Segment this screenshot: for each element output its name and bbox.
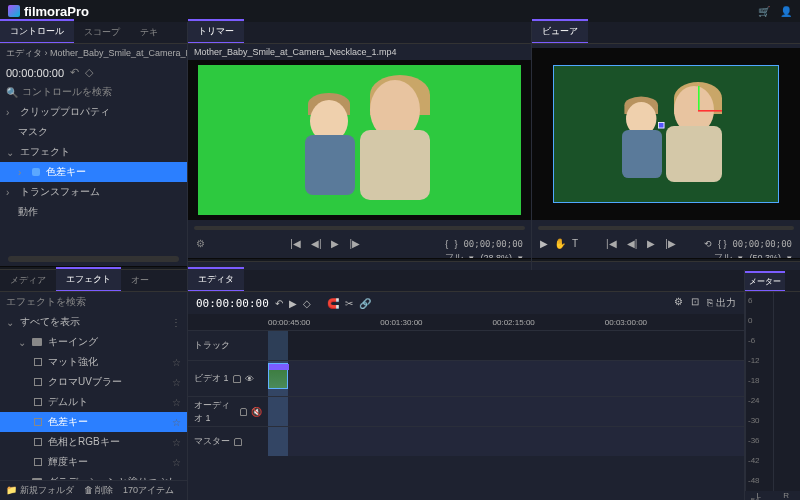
tree-clip-properties[interactable]: ›クリッププロパティ <box>0 102 187 122</box>
fx-icon <box>34 378 42 386</box>
trimmer-tc: 00;00;00;00 <box>463 239 523 249</box>
fx-item-2[interactable]: デムルト☆ <box>0 392 187 412</box>
logo-icon <box>8 5 20 17</box>
delete-button[interactable]: 🗑 削除 <box>84 484 114 497</box>
fx-item-3[interactable]: 色差キー☆ <box>0 412 187 432</box>
tab-effects[interactable]: エフェクト <box>56 267 121 291</box>
hand-tool-icon[interactable]: ✋ <box>554 238 566 249</box>
search-effects[interactable]: エフェクトを検索 <box>0 292 187 312</box>
fx-item-1[interactable]: クロマUVブラー☆ <box>0 372 187 392</box>
app-logo: filmoraPro <box>8 4 89 19</box>
cut-icon[interactable]: ✂ <box>345 298 353 309</box>
keyframe-icon[interactable]: ◇ <box>303 298 311 309</box>
tree-chromakey[interactable]: ›色差キー <box>0 162 187 182</box>
play-icon[interactable]: ▶ <box>289 298 297 309</box>
fx-item-0[interactable]: マット強化☆ <box>0 352 187 372</box>
link-icon[interactable]: 🔗 <box>359 298 371 309</box>
breadcrumb: エディタ › Mother_Baby_Smile_at_Camera_Neckl… <box>0 44 187 63</box>
timeline-ruler[interactable]: 00:00:45:0000:01:30:0000:02:15:0000:03:0… <box>188 314 744 330</box>
fx-item-4[interactable]: 色相とRGBキー☆ <box>0 432 187 452</box>
tree-motion[interactable]: 動作 <box>0 202 187 222</box>
tab-control[interactable]: コントロール <box>0 19 74 43</box>
fx-icon <box>34 458 42 466</box>
snap-icon[interactable]: 🧲 <box>327 298 339 309</box>
trimmer-file: Mother_Baby_Smile_at_Camera_Necklace_1.m… <box>188 44 531 60</box>
step-fwd-icon[interactable]: |▶ <box>665 238 676 249</box>
viewer-scrub[interactable] <box>538 226 794 230</box>
fx-item-5[interactable]: 輝度キー☆ <box>0 452 187 472</box>
tab-audio[interactable]: オー <box>121 270 159 291</box>
tree-mask[interactable]: マスク <box>0 122 187 142</box>
step-back-icon[interactable]: ◀| <box>627 238 638 249</box>
new-folder-button[interactable]: 📁 新規フォルダ <box>6 484 74 497</box>
timecode-main: 00:00:00:00↶◇ <box>0 63 187 82</box>
gizmo-y-icon[interactable] <box>698 86 700 110</box>
undo-icon[interactable]: ↶ <box>275 298 283 309</box>
lock-icon[interactable] <box>240 408 247 416</box>
step-fwd-icon[interactable]: |▶ <box>349 238 360 249</box>
track-lane[interactable] <box>268 331 744 360</box>
video-clip[interactable] <box>268 363 288 389</box>
audio-meters: 60-6-12-18-24-30-36-42-48-54 <box>745 292 800 491</box>
goto-start-icon[interactable]: |◀ <box>606 238 617 249</box>
fx-show-all[interactable]: ⌄すべてを表示⋮ <box>0 312 187 332</box>
scroll-thumb[interactable] <box>8 256 179 262</box>
undo-icon[interactable]: ↶ <box>70 66 79 79</box>
tab-meters[interactable]: メーター <box>745 271 785 291</box>
eye-icon[interactable]: 👁 <box>245 374 254 384</box>
trimmer-full[interactable]: フル <box>445 251 463 258</box>
fx-icon <box>34 438 42 446</box>
tab-media[interactable]: メディア <box>0 270 56 291</box>
search-controls[interactable]: 🔍 コントロールを検索 <box>0 82 187 102</box>
user-icon[interactable]: 👤 <box>780 6 792 17</box>
pointer-tool-icon[interactable]: ▶ <box>540 238 548 249</box>
goto-start-icon[interactable]: |◀ <box>290 238 301 249</box>
fx-keying[interactable]: ⌄キーイング <box>0 332 187 352</box>
viewer-viewport[interactable] <box>532 48 800 220</box>
video1-lane[interactable] <box>268 361 744 396</box>
fx-icon <box>34 418 42 426</box>
lock-icon[interactable] <box>234 438 242 446</box>
gizmo-center-icon[interactable] <box>658 122 664 128</box>
tab-viewer[interactable]: ビューア <box>532 19 588 43</box>
lock-icon[interactable] <box>233 375 241 383</box>
fit-icon[interactable]: ⊡ <box>691 296 699 310</box>
mark-in-icon[interactable]: { <box>445 239 448 249</box>
tab-trimmer[interactable]: トリマー <box>188 19 244 43</box>
tree-effects[interactable]: ⌄エフェクト <box>0 142 187 162</box>
meter-r: R <box>773 491 801 500</box>
tab-scope[interactable]: スコープ <box>74 22 130 43</box>
audio1-header[interactable]: オーディオ 1🔇 <box>188 397 268 426</box>
timeline-tc: 00:00:00:00 <box>196 297 269 310</box>
settings-icon[interactable]: ⚙ <box>674 296 683 310</box>
options-icon[interactable]: ⚙ <box>196 238 205 249</box>
fx-icon <box>34 358 42 366</box>
gizmo-x-icon[interactable] <box>698 110 722 112</box>
audio1-lane[interactable] <box>268 397 744 426</box>
export-button[interactable]: ⎘ 出力 <box>707 296 736 310</box>
master-lane[interactable] <box>268 427 744 456</box>
mute-icon[interactable]: 🔇 <box>251 407 262 417</box>
loop-icon[interactable]: ⟲ <box>704 239 712 249</box>
text-tool-icon[interactable]: T <box>572 238 578 249</box>
tree-transform[interactable]: ›トランスフォーム <box>0 182 187 202</box>
item-count: 170アイテム <box>123 484 174 497</box>
viewer-tc: 00;00;00;00 <box>732 239 792 249</box>
folder-icon <box>32 338 42 346</box>
keyframe-icon[interactable]: ◇ <box>85 66 93 79</box>
play-icon[interactable]: ▶ <box>331 238 339 249</box>
master-header[interactable]: マスター <box>188 427 268 456</box>
tab-editor[interactable]: エディタ <box>188 267 244 291</box>
mark-out-icon[interactable]: } <box>454 239 457 249</box>
tab-text[interactable]: テキ <box>130 22 168 43</box>
cart-icon[interactable]: 🛒 <box>758 6 770 17</box>
fx-gradation[interactable]: ›グラデーションと塗りつぶし <box>0 472 187 480</box>
step-back-icon[interactable]: ◀| <box>311 238 322 249</box>
trimmer-scrub[interactable] <box>194 226 525 230</box>
viewer-full[interactable]: フル <box>714 251 732 258</box>
play-icon[interactable]: ▶ <box>647 238 655 249</box>
trimmer-viewport[interactable] <box>188 60 531 220</box>
track-header: トラック <box>188 331 268 360</box>
video1-header[interactable]: ビデオ 1👁 <box>188 361 268 396</box>
bracket-icon[interactable]: { } <box>718 239 727 249</box>
